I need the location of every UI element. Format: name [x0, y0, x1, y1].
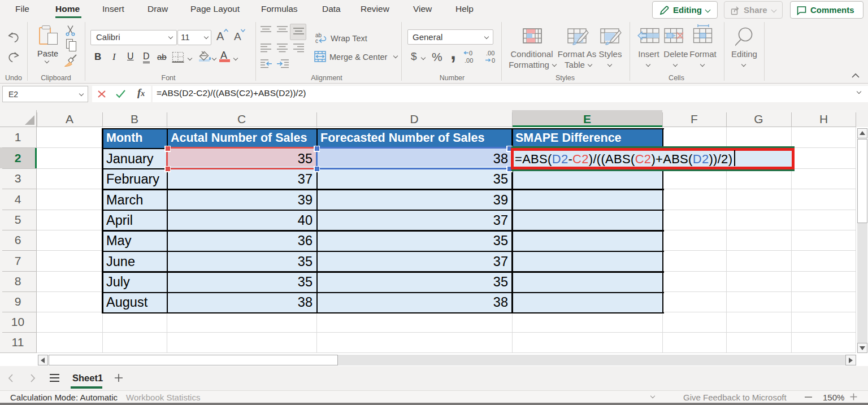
svg-text:.00: .00: [465, 57, 473, 64]
svg-text:.00: .00: [486, 50, 494, 56]
svg-text:c: c: [315, 38, 318, 43]
svg-text:0: 0: [469, 50, 472, 56]
svg-text:0: 0: [492, 57, 495, 64]
